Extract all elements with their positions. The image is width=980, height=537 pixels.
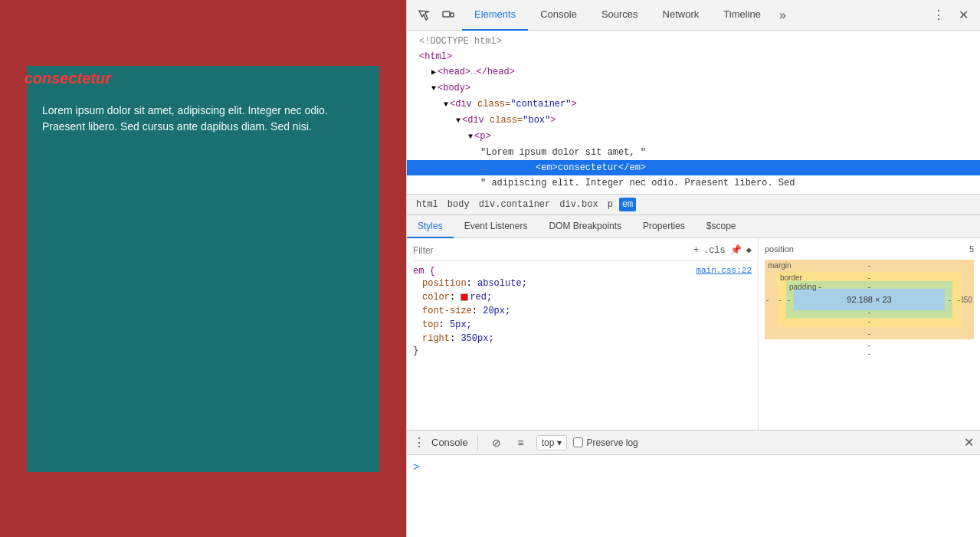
padding-top: -: [868, 283, 870, 291]
styles-filter-input[interactable]: [413, 245, 689, 256]
css-prop-fontsize: font-size: 20px;: [413, 304, 752, 318]
breadcrumb-body[interactable]: body: [444, 198, 473, 211]
webpage-preview: consectetur Lorem ipsum dolor sit amet, …: [0, 0, 406, 537]
tab-timeline[interactable]: Timeline: [711, 0, 773, 31]
dom-line-box[interactable]: ▼<div class="box">: [407, 113, 980, 129]
sub-tab-scope[interactable]: $scope: [696, 215, 747, 238]
cls-button[interactable]: .cls: [703, 245, 726, 256]
breadcrumb-html[interactable]: html: [413, 198, 441, 211]
expand-box-icon: ▼: [456, 116, 461, 125]
console-content[interactable]: >: [407, 455, 980, 537]
margin-top: -: [868, 261, 870, 270]
dom-line-p[interactable]: ▼<p>: [407, 129, 980, 145]
dom-line-container[interactable]: ▼<div class="container">: [407, 97, 980, 113]
add-style-icon[interactable]: +: [693, 245, 699, 256]
webpage-paragraph: Lorem ipsum dolor sit amet, adipiscing e…: [42, 103, 364, 135]
dom-line-text2[interactable]: " adipiscing elit. Integer nec odio. Pra…: [407, 175, 980, 191]
more-tabs-icon[interactable]: »: [773, 0, 792, 31]
css-prop-position: position: absolute;: [413, 277, 752, 290]
css-prop-top: top: 5px;: [413, 318, 752, 332]
dom-line-body[interactable]: ▼<body>: [407, 80, 980, 97]
box-model-margin: margin - - - 350 - border - -: [765, 260, 974, 339]
breadcrumb-em[interactable]: em: [619, 198, 636, 211]
console-panel: ⋮ Console ⊘ ≡ top ▾ Preserve log ✕ >: [407, 430, 980, 537]
pin-style-icon[interactable]: 📌: [730, 244, 742, 256]
svg-rect-0: [443, 11, 450, 17]
dom-tree[interactable]: <!DOCTYPE html> <html> ▶<head>…</head> ▼…: [407, 31, 980, 194]
device-toolbar-icon[interactable]: [438, 5, 459, 26]
console-chevron-icon: >: [413, 461, 419, 473]
inspector-icon[interactable]: [413, 5, 434, 26]
breadcrumb-container[interactable]: div.container: [476, 198, 554, 211]
console-prompt-line[interactable]: >: [413, 461, 974, 473]
svg-rect-1: [451, 13, 454, 17]
margin-bottom-extra2: -: [765, 349, 974, 358]
css-source-link[interactable]: main.css:22: [696, 266, 752, 275]
expand-container-icon: ▼: [444, 100, 448, 109]
preserve-log-checkbox[interactable]: [573, 437, 583, 447]
dom-line-html[interactable]: <html>: [407, 49, 980, 64]
console-menu-icon[interactable]: ⋮: [413, 435, 425, 450]
breadcrumb-p[interactable]: p: [605, 198, 616, 211]
devtools-tabs: Elements Console Sources Network Timelin…: [462, 0, 925, 31]
sub-tab-dom-breakpoints[interactable]: DOM Breakpoints: [538, 215, 632, 238]
dom-line-head[interactable]: ▶<head>…</head>: [407, 64, 980, 80]
settings-icon[interactable]: ⋮: [928, 5, 949, 26]
expand-p-icon: ▼: [468, 133, 473, 141]
css-selector: em {: [413, 266, 435, 277]
breadcrumb-box[interactable]: div.box: [556, 198, 601, 211]
box-model-panel: position 5 margin - - - 350 -: [758, 238, 980, 430]
tab-network[interactable]: Network: [651, 0, 712, 31]
tab-sources[interactable]: Sources: [589, 0, 651, 31]
margin-bottom: -: [868, 329, 870, 338]
console-filter-toggle-icon[interactable]: ≡: [512, 434, 530, 452]
console-no-entry-icon[interactable]: ⊘: [487, 434, 506, 452]
padding-label: padding -: [789, 283, 821, 291]
dom-line-em[interactable]: … <em>consectetur</em>: [407, 160, 980, 175]
sub-tabs: Styles Event Listeners DOM Breakpoints P…: [407, 215, 980, 238]
styles-filter-bar: + .cls 📌 ◆: [413, 244, 752, 261]
preserve-log-option: Preserve log: [573, 437, 637, 448]
border-bottom: -: [868, 317, 870, 326]
color-swatch-red[interactable]: [461, 293, 468, 301]
dom-line-text1[interactable]: "Lorem ipsum dolor sit amet, ": [407, 145, 980, 160]
elements-panel: <!DOCTYPE html> <html> ▶<head>…</head> ▼…: [407, 31, 980, 430]
css-prop-color: color: red;: [413, 290, 752, 304]
styles-panel: + .cls 📌 ◆ em { main.css:22 position: ab…: [407, 238, 758, 430]
close-devtools-button[interactable]: ✕: [952, 5, 974, 26]
sub-tab-styles[interactable]: Styles: [407, 215, 454, 238]
border-right: -: [958, 296, 960, 304]
devtools-panel: Elements Console Sources Network Timelin…: [406, 0, 980, 537]
console-dropdown-icon: ▾: [557, 437, 562, 448]
sub-tab-properties[interactable]: Properties: [632, 215, 696, 238]
dom-line-doctype[interactable]: <!DOCTYPE html>: [407, 34, 980, 49]
box-model-content: 92.188 × 23: [794, 289, 945, 310]
margin-bottom-extra: -: [765, 341, 974, 349]
padding-bottom: -: [868, 308, 870, 316]
toolbar-end-buttons: ⋮ ✕: [928, 5, 974, 26]
devtools-toolbar: Elements Console Sources Network Timelin…: [407, 0, 980, 31]
webpage-content-box: consectetur Lorem ipsum dolor sit amet, …: [27, 66, 379, 472]
box-model-padding: padding - - - - - 92.188 × 23: [786, 281, 952, 318]
console-tab-label[interactable]: Console: [431, 437, 468, 448]
css-rule-close: }: [413, 345, 752, 356]
box-model-header: position 5: [765, 244, 974, 254]
box-model-position-value: 5: [969, 244, 974, 254]
console-filter-button[interactable]: top ▾: [536, 435, 568, 450]
box-model-position-label: position: [765, 244, 794, 254]
margin-outer-left: -: [766, 296, 769, 304]
tab-elements[interactable]: Elements: [462, 0, 528, 31]
console-toolbar: ⋮ Console ⊘ ≡ top ▾ Preserve log ✕: [407, 431, 980, 455]
css-rule-em: em { main.css:22 position: absolute; col…: [413, 266, 752, 356]
content-size: 92.188 × 23: [847, 295, 891, 304]
diamond-icon[interactable]: ◆: [746, 244, 752, 256]
console-separator: [477, 435, 478, 450]
border-left: -: [778, 296, 781, 304]
tab-console[interactable]: Console: [528, 0, 589, 31]
sub-tab-event-listeners[interactable]: Event Listeners: [454, 215, 539, 238]
console-top-label: top: [542, 437, 555, 448]
styles-area: + .cls 📌 ◆ em { main.css:22 position: ab…: [407, 238, 980, 430]
margin-label: margin: [768, 261, 792, 270]
webpage-em-element: consectetur: [25, 70, 111, 87]
console-close-button[interactable]: ✕: [964, 435, 974, 450]
